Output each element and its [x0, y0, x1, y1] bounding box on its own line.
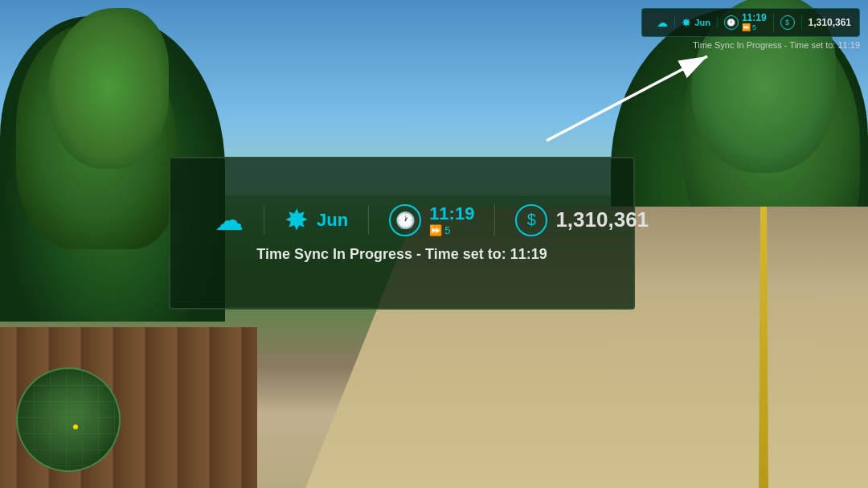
clock-icon: 🕐 — [724, 15, 739, 30]
hud-money-section: $ — [774, 15, 802, 30]
panel-season-section: ✸ Jun — [264, 206, 369, 235]
panel-money-section: $ 1,310,361 — [495, 204, 669, 236]
panel-speed-icon: ⏩ — [429, 224, 442, 236]
panel-speed-display: ⏩ 5 — [429, 224, 450, 236]
panel-weather-section: ☁ — [194, 206, 264, 235]
dollar-circle-icon: $ — [780, 15, 795, 30]
panel-time-group: 11:19 ⏩ 5 — [429, 203, 474, 236]
panel-time-section: 🕐 11:19 ⏩ 5 — [369, 203, 495, 236]
hud-time-display: 11:19 — [742, 13, 767, 23]
hud-speed-display: ⏩ 5 — [742, 24, 756, 32]
hud-time-stack: 11:19 ⏩ 5 — [742, 13, 767, 31]
main-panel-data-row: ☁ ✸ Jun 🕐 11:19 ⏩ 5 $ 1,310,361 — [170, 203, 633, 236]
panel-clock-icon: 🕐 — [389, 204, 421, 236]
hud-time-section: 🕐 11:19 ⏩ 5 — [718, 13, 774, 31]
hud-weather-section: ☁ — [650, 17, 675, 28]
panel-season-label: Jun — [317, 210, 348, 231]
panel-sun-icon: ✸ — [285, 206, 309, 235]
panel-time-display: 11:19 — [429, 203, 474, 224]
sun-icon: ✸ — [682, 17, 691, 28]
minimap: 30.11, 1133, 1353 — [16, 367, 121, 472]
panel-dollar-icon: $ — [515, 204, 547, 236]
panel-money-amount: 1,310,361 — [555, 207, 649, 232]
minimap-overlay — [18, 369, 119, 470]
top-hud-bar: ☁ ✸ Jun 🕐 11:19 ⏩ 5 $ 1,310,361 — [641, 8, 860, 37]
main-hud-panel: ☁ ✸ Jun 🕐 11:19 ⏩ 5 $ 1,310,361 Time Syn… — [169, 157, 635, 310]
speed-arrow-icon: ⏩ — [742, 24, 751, 32]
weather-icon: ☁ — [657, 17, 668, 28]
hud-money-amount: 1,310,361 — [802, 17, 851, 28]
season-label: Jun — [694, 18, 710, 27]
hud-notification: Time Sync In Progress - Time set to: 11:… — [693, 40, 860, 50]
panel-weather-icon: ☁ — [215, 206, 244, 235]
panel-status-text: Time Sync In Progress - Time set to: 11:… — [256, 246, 547, 263]
hud-season-section: ✸ Jun — [675, 17, 718, 28]
